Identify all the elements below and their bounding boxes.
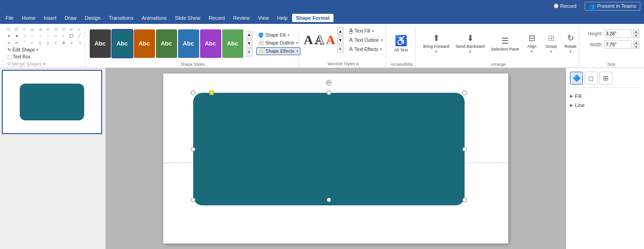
selected-shape[interactable] [193,93,465,205]
shape-icon-arrow-d[interactable]: ↓ [45,33,51,39]
shape-icon-plus[interactable]: + [52,40,59,46]
shape-swatch-2[interactable]: Abc [134,29,155,58]
yellow-handle-top[interactable] [209,91,214,95]
shape-icon-hexa[interactable]: ⬡ [60,26,67,32]
width-up-button[interactable]: ▲ [633,40,639,45]
group-button[interactable]: ⊞ Group ▾ [542,31,560,56]
line-section[interactable]: ▶ Line [570,101,640,110]
shape-icon-line[interactable]: ╱ [76,33,82,39]
bring-forward-button[interactable]: ⬆ Bring Forward ▾ [420,31,452,56]
present-teams-button[interactable]: 👥 Present in Teams [585,2,640,11]
shape-container[interactable]: ⟳ [193,93,465,205]
swatch-expand-button[interactable]: ≡ [246,48,253,57]
menu-design[interactable]: Design [81,14,104,22]
shape-icon-bracket-l[interactable]: { [37,40,43,46]
wordart-up-button[interactable]: ▲ [337,27,344,35]
menu-home[interactable]: Home [18,14,39,22]
shape-outline-button[interactable]: ⬜ Shape Outline ▾ [256,40,300,46]
width-input[interactable] [604,40,632,49]
menu-insert[interactable]: Insert [40,14,60,22]
alt-text-button[interactable]: ♿ Alt Text [391,33,411,54]
menu-help[interactable]: Help [274,14,292,22]
text-box-button[interactable]: ⬚ Text Box [6,54,83,60]
shape-icon-arrow-u[interactable]: ↑ [37,33,43,39]
shape-icon-moon[interactable]: ☽ [76,40,82,46]
selection-pane-button[interactable]: ☰ Selection Pane [489,34,522,53]
shape-icon-connector[interactable]: ⌒ [21,40,28,46]
merge-shapes-button[interactable]: ⧉ Merge Shapes ▾ [6,61,83,67]
shape-icon-callout[interactable]: 💬 [68,33,75,39]
shape-icon-para[interactable]: ▱ [68,26,75,32]
align-button[interactable]: ⊟ Align ▾ [523,31,541,56]
shape-icon-freeform[interactable]: ✏ [13,40,20,46]
handle-mid-left[interactable] [191,147,196,152]
handle-top-center[interactable] [327,91,331,95]
panel-shape-options-icon[interactable]: ◻ [585,72,598,85]
handle-mid-right[interactable] [462,147,467,152]
shape-swatch-6[interactable]: Abc [222,29,243,58]
menu-review[interactable]: Review [230,14,253,22]
shape-swatch-4[interactable]: Abc [178,29,199,58]
shape-icon-tri[interactable]: △ [29,26,35,32]
shape-icon-smile[interactable]: ☺ [68,40,75,46]
wordart-a-gradient[interactable]: A [326,33,335,47]
shape-icon-rtri[interactable]: ⊿ [37,26,43,32]
wordart-down-button[interactable]: ▼ [337,36,344,44]
shape-icon-no[interactable]: ⊘ [60,40,67,46]
swatch-up-button[interactable]: ▲ [246,31,253,39]
shape-icon-diamond[interactable]: ◇ [45,26,51,32]
wordart-expand-icon[interactable]: ⧉ [356,62,359,66]
shape-swatch-3[interactable]: Abc [156,29,177,58]
menu-file[interactable]: File [2,14,17,22]
slide-canvas[interactable]: ⟳ [163,74,508,243]
width-down-button[interactable]: ▼ [633,45,639,49]
shape-icon-penta[interactable]: ⬠ [52,26,59,32]
handle-bot-right[interactable] [462,198,467,202]
rotate-handle[interactable]: ⟳ [326,80,332,85]
shape-icon-trap[interactable]: ⏢ [76,26,82,32]
shape-fill-button[interactable]: 🪣 Shape Fill ▾ [256,32,300,39]
height-input[interactable] [604,29,632,38]
slide-thumbnail[interactable] [2,70,102,134]
handle-bot-left[interactable] [191,198,196,202]
panel-grid-icon[interactable]: ⊞ [599,72,612,85]
text-fill-button[interactable]: A̲ Text Fill ▾ [347,27,385,35]
shape-swatch-5[interactable]: Abc [200,29,221,58]
menu-transitions[interactable]: Transitions [105,14,137,22]
menu-shape-format[interactable]: Shape Format [292,14,333,22]
record-button[interactable]: Record [551,2,579,10]
shape-icon-rect[interactable]: ▭ [6,26,12,32]
height-up-button[interactable]: ▲ [633,29,639,34]
shape-icon-arrow-l[interactable]: ← [29,33,35,39]
shape-icon-star4[interactable]: ✦ [6,33,12,39]
menu-animations[interactable]: Animations [138,14,170,22]
shape-swatch-0[interactable]: Abc [90,29,111,58]
handle-bot-center[interactable] [327,198,331,202]
menu-draw[interactable]: Draw [61,14,80,22]
edit-shape-button[interactable]: ✎ Edit Shape ▾ [6,47,83,53]
menu-view[interactable]: View [254,14,273,22]
text-effects-button[interactable]: A Text Effects ▾ [347,45,385,53]
wordart-a-outline[interactable]: A [315,33,324,47]
handle-top-left[interactable] [191,91,196,95]
rotate-button[interactable]: ↻ Rotate ▾ [561,31,580,56]
shape-swatch-1[interactable]: Abc [112,29,133,58]
shape-icon-arrow-2h[interactable]: ↔ [52,33,59,39]
shape-icon-star5[interactable]: ★ [13,33,20,39]
shape-icon-bracket-r[interactable]: } [45,40,51,46]
menu-record[interactable]: Record [205,14,228,22]
fill-section[interactable]: ▶ Fill [570,91,640,101]
wordart-a-solid[interactable]: A [304,33,313,47]
send-backward-button[interactable]: ⬇ Send Backward ▾ [453,31,488,56]
shape-icon-curve[interactable]: ∿ [6,40,12,46]
height-down-button[interactable]: ▼ [633,34,639,38]
handle-top-right[interactable] [462,91,467,95]
swatch-down-button[interactable]: ▼ [246,40,253,48]
shape-effects-button[interactable]: ✨ Shape Effects ▾ [256,47,300,55]
menu-slide-show[interactable]: Slide Show [171,14,204,22]
text-outline-button[interactable]: A Text Outline ▾ [347,36,385,44]
shape-icon-arrow-r[interactable]: → [21,33,28,39]
shape-icon-oval[interactable]: ○ [21,26,28,32]
shape-icon-arrow-2v[interactable]: ↕ [60,33,67,39]
shape-icon-elbow[interactable]: ⌐ [29,40,35,46]
